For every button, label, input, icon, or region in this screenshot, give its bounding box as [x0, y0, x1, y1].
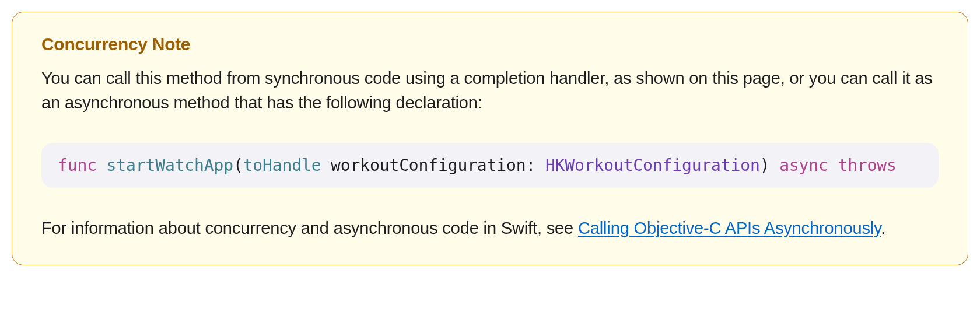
concurrency-note-box: Concurrency Note You can call this metho…: [12, 12, 968, 265]
paragraph-2-pre: For information about concurrency and as…: [41, 219, 578, 237]
note-title: Concurrency Note: [41, 34, 939, 54]
token-keyword-func: func: [58, 156, 97, 175]
token-open-paren: (: [233, 156, 243, 175]
note-paragraph-1: You can call this method from synchronou…: [41, 66, 939, 115]
token-arg-internal: workoutConfiguration: [321, 156, 526, 175]
token-func-name: startWatchApp: [107, 156, 233, 175]
token-close-paren: ): [760, 156, 770, 175]
token-arg-label: toHandle: [243, 156, 321, 175]
note-paragraph-2: For information about concurrency and as…: [41, 216, 939, 240]
token-arg-type: HKWorkoutConfiguration: [545, 156, 760, 175]
paragraph-2-post: .: [881, 219, 886, 237]
code-declaration: func startWatchApp(toHandle workoutConfi…: [41, 143, 939, 188]
token-keyword-throws: throws: [838, 156, 896, 175]
concurrency-doc-link[interactable]: Calling Objective-C APIs Asynchronously: [578, 219, 881, 237]
token-colon: :: [526, 156, 545, 175]
token-keyword-async: async: [779, 156, 828, 175]
